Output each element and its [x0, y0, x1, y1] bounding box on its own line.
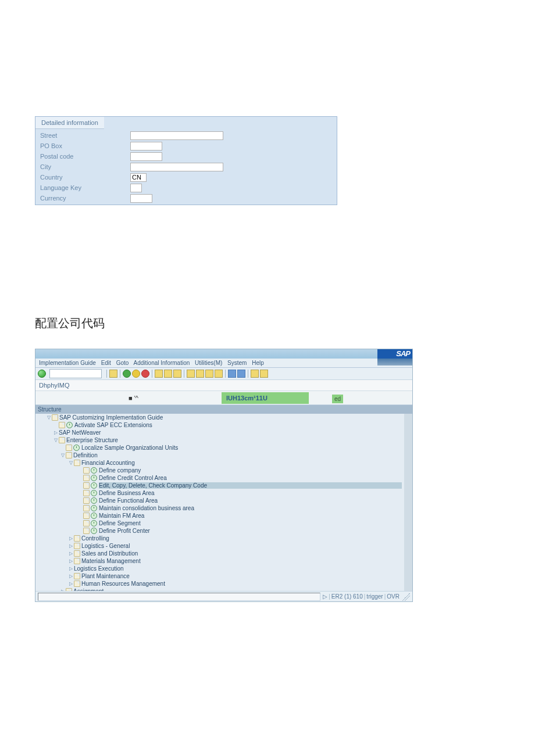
expand-icon[interactable]: [77, 468, 83, 474]
pobox-input[interactable]: [130, 142, 162, 151]
scroll-down-icon[interactable]: ▼: [404, 584, 412, 591]
tree-node-label[interactable]: Edit, Copy, Delete, Check Company Code: [99, 482, 402, 489]
status-triangle-icon[interactable]: ▷: [323, 593, 327, 600]
expand-icon[interactable]: ▷: [68, 536, 74, 542]
tree-node-label[interactable]: Define company: [99, 467, 402, 474]
tree-row[interactable]: ▷Sales and Distribution: [35, 550, 404, 557]
tree-node-label[interactable]: Financial Accounting: [81, 460, 402, 466]
tree-node-label[interactable]: Materials Management: [81, 558, 402, 564]
tree-node-label[interactable]: Definition: [73, 452, 402, 458]
expand-icon[interactable]: [77, 483, 83, 489]
tree-node-label[interactable]: Localize Sample Organizational Units: [81, 445, 402, 451]
prevpage-icon[interactable]: [196, 370, 204, 378]
lastpage-icon[interactable]: [215, 370, 223, 378]
print-icon[interactable]: [155, 370, 163, 378]
tree-node-label[interactable]: Logistics Execution: [74, 565, 402, 572]
tree-row[interactable]: Maintain FM Area: [35, 512, 404, 519]
tree-node-label[interactable]: Define Business Area: [99, 490, 402, 496]
tree-node-label[interactable]: Activate SAP ECC Extensions: [74, 422, 402, 428]
shortcut-icon[interactable]: [237, 370, 245, 378]
expand-icon[interactable]: ▷: [68, 543, 74, 549]
document-icon[interactable]: [74, 535, 80, 542]
expand-icon[interactable]: [77, 498, 83, 504]
exit-icon[interactable]: [132, 370, 140, 378]
document-icon[interactable]: [52, 414, 58, 421]
img-tree[interactable]: ▲ ▲ ▼ ▽SAP Customizing Implementation Gu…: [35, 414, 412, 591]
activity-icon[interactable]: [91, 528, 97, 534]
detailed-information-tab[interactable]: Detailed information: [35, 117, 104, 129]
expand-icon[interactable]: [77, 513, 83, 519]
tree-node-label[interactable]: Enterprise Structure: [66, 437, 402, 443]
tree-row[interactable]: ▷SAP NetWeaver: [35, 429, 404, 436]
tree-row[interactable]: Define Segment: [35, 519, 404, 527]
expand-icon[interactable]: ▷: [68, 574, 74, 579]
help-icon[interactable]: [251, 370, 259, 378]
document-icon[interactable]: [83, 467, 90, 474]
newsession-icon[interactable]: [228, 370, 236, 378]
document-icon[interactable]: [74, 460, 80, 466]
expand-icon[interactable]: ▽: [68, 460, 74, 466]
activity-icon[interactable]: [91, 520, 97, 526]
tree-row[interactable]: Localize Sample Organizational Units: [35, 444, 404, 452]
tree-row[interactable]: ▽Enterprise Structure: [35, 436, 404, 444]
tree-row[interactable]: Define Business Area: [35, 489, 404, 497]
menu-utilities[interactable]: Utilities(M): [195, 360, 222, 366]
tree-row[interactable]: ▽Financial Accounting: [35, 459, 404, 467]
menu-edit[interactable]: Edit: [101, 360, 111, 366]
expand-icon[interactable]: ▷: [60, 589, 66, 592]
tree-row[interactable]: ▽SAP Customizing Implementation Guide: [35, 414, 404, 421]
postalcode-input[interactable]: [130, 152, 162, 161]
tree-node-label[interactable]: Assignment: [73, 588, 402, 591]
document-icon[interactable]: [66, 445, 72, 451]
tree-row[interactable]: ▷Assignment: [35, 587, 404, 591]
firstpage-icon[interactable]: [187, 370, 195, 378]
tree-node-label[interactable]: Define Credit Control Area: [99, 475, 402, 481]
tree-node-label[interactable]: SAP NetWeaver: [59, 429, 402, 436]
document-icon[interactable]: [83, 490, 90, 496]
document-icon[interactable]: [83, 482, 90, 489]
expand-icon[interactable]: [77, 528, 83, 534]
document-icon[interactable]: [74, 558, 80, 564]
expand-icon[interactable]: ▷: [53, 430, 59, 436]
expand-icon[interactable]: ▷: [68, 558, 74, 564]
nextpage-icon[interactable]: [205, 370, 213, 378]
expand-icon[interactable]: [77, 506, 83, 511]
activity-icon[interactable]: [91, 505, 97, 511]
cancel-icon[interactable]: [141, 370, 149, 378]
tree-node-label[interactable]: Define Functional Area: [99, 497, 402, 504]
document-icon[interactable]: [59, 437, 65, 443]
document-icon[interactable]: [66, 588, 72, 591]
expand-icon[interactable]: ▽: [53, 438, 59, 443]
layout-icon[interactable]: [260, 370, 268, 378]
menu-goto[interactable]: Goto: [116, 360, 129, 366]
tree-row[interactable]: Define Credit Control Area: [35, 474, 404, 482]
tree-row[interactable]: Define company: [35, 467, 404, 474]
tree-node-label[interactable]: SAP Customizing Implementation Guide: [59, 414, 402, 421]
expand-icon[interactable]: [77, 490, 83, 496]
scroll-down-icon[interactable]: ▲: [404, 577, 412, 584]
save-icon[interactable]: [109, 370, 117, 378]
activity-icon[interactable]: [91, 467, 97, 474]
menu-implguide[interactable]: Implementation Guide: [39, 360, 96, 366]
tree-row[interactable]: ▷Plant Maintenance: [35, 572, 404, 580]
findnext-icon[interactable]: [173, 370, 181, 378]
tree-row[interactable]: ▽Definition: [35, 452, 404, 459]
activity-icon[interactable]: [91, 513, 97, 519]
document-icon[interactable]: [83, 475, 90, 481]
expand-icon[interactable]: ▽: [46, 415, 52, 421]
expand-icon[interactable]: ▽: [60, 453, 66, 458]
back-icon[interactable]: [123, 370, 131, 378]
tree-node-label[interactable]: Define Segment: [99, 520, 402, 526]
tree-node-label[interactable]: Human Resources Management: [81, 581, 402, 587]
activity-icon[interactable]: [73, 445, 80, 451]
enter-icon[interactable]: [38, 370, 46, 378]
menu-help[interactable]: Help: [252, 360, 264, 366]
tree-row[interactable]: Define Functional Area: [35, 497, 404, 504]
tree-row[interactable]: ▷Logistics - General: [35, 542, 404, 550]
expand-icon[interactable]: [77, 475, 83, 481]
country-input[interactable]: [130, 173, 147, 182]
menu-addinfo[interactable]: Additional Information: [134, 360, 190, 366]
tree-row[interactable]: ▷Materials Management: [35, 557, 404, 565]
find-icon[interactable]: [164, 370, 172, 378]
activity-icon[interactable]: [66, 422, 73, 428]
